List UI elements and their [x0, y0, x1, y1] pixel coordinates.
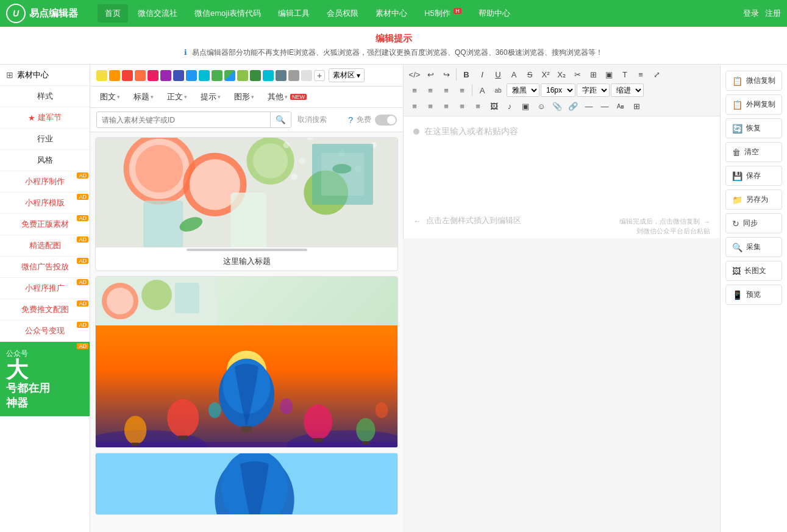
- tb-underline-btn[interactable]: U: [491, 67, 505, 82]
- tb-superscript-btn[interactable]: X²: [538, 67, 553, 82]
- editor-content[interactable]: 在这里输入或者粘贴内容 ← 点击左侧样式插入到编辑区 编辑完成后，点击微信复制 …: [404, 116, 720, 238]
- restore-btn[interactable]: 🔄 恢复: [725, 118, 782, 138]
- tb-video-btn[interactable]: ▣: [518, 99, 533, 113]
- sidebar-item-selected-images[interactable]: AD 精选配图: [0, 235, 90, 257]
- search-button[interactable]: 🔍: [270, 112, 291, 127]
- long-article-btn[interactable]: 🖼 长图文: [725, 261, 782, 281]
- sidebar-item-wechat-ads[interactable]: AD 微信广告投放: [0, 257, 90, 278]
- tb-align-justify-btn[interactable]: ≡: [407, 83, 422, 98]
- tb-line1-btn[interactable]: —: [582, 99, 596, 113]
- wechat-copy-btn[interactable]: 📋 微信复制: [725, 71, 782, 91]
- tb-text-btn[interactable]: T: [618, 67, 632, 82]
- sidebar-item-account-monetize[interactable]: AD 公众号变现: [0, 321, 90, 342]
- login-link[interactable]: 登录: [743, 8, 759, 19]
- preview-btn[interactable]: 📱 预览: [725, 285, 782, 305]
- search-input[interactable]: [97, 113, 270, 127]
- sidebar-item-special[interactable]: ★ 建军节: [0, 107, 90, 129]
- register-link[interactable]: 注册: [765, 8, 781, 19]
- tb-expand-btn[interactable]: ⤢: [649, 67, 664, 82]
- tb-list2-btn[interactable]: ⊞: [629, 99, 644, 113]
- tb-smallcaps-btn[interactable]: Aʙ: [613, 99, 628, 113]
- tb-emoji-btn[interactable]: ☺: [534, 99, 549, 113]
- nav-item-home[interactable]: 首页: [98, 4, 128, 23]
- tb-size-select[interactable]: 16px 14px 18px 20px: [541, 83, 575, 97]
- color-squares[interactable]: [224, 70, 235, 81]
- cat-item-qita[interactable]: 其他 ▾ NEW: [264, 89, 310, 105]
- sidebar-item-free-promo[interactable]: AD 免费推文配图: [0, 299, 90, 321]
- color-purple[interactable]: [160, 70, 171, 81]
- save-btn[interactable]: 💾 保存: [725, 166, 782, 186]
- tb-align-left-btn[interactable]: ≡: [423, 83, 438, 98]
- cat-item-tuxing[interactable]: 图形 ▾: [230, 89, 258, 105]
- color-teal[interactable]: [199, 70, 210, 81]
- nav-item-wechat-community[interactable]: 微信交流社: [130, 4, 185, 23]
- color-orange[interactable]: [109, 70, 120, 81]
- tb-font-color-btn[interactable]: A: [507, 67, 521, 82]
- color-pink[interactable]: [148, 70, 158, 81]
- tb-row3-3-btn[interactable]: ≡: [439, 99, 454, 113]
- sidebar-item-style2[interactable]: 风格: [0, 150, 90, 171]
- nav-item-editor-tools[interactable]: 编辑工具: [271, 4, 317, 23]
- tb-hr-btn[interactable]: ▣: [602, 67, 616, 82]
- cancel-search-link[interactable]: 取消搜索: [297, 115, 327, 125]
- tb-row3-1-btn[interactable]: ≡: [407, 99, 422, 113]
- color-add-button[interactable]: +: [314, 70, 325, 81]
- tb-undo-btn[interactable]: ↩: [423, 67, 438, 82]
- sidebar-item-miniprogram-template[interactable]: AD 小程序模版: [0, 193, 90, 214]
- tb-code-btn[interactable]: </>: [407, 67, 422, 82]
- tb-list-btn[interactable]: ≡: [633, 67, 648, 82]
- logo[interactable]: U 易点编辑器: [6, 4, 85, 23]
- material-item-3[interactable]: VIP: [95, 453, 398, 515]
- clear-btn[interactable]: 🗑 清空: [725, 142, 782, 162]
- tb-ab-btn[interactable]: ab: [491, 83, 505, 98]
- cat-item-biaoti[interactable]: 标题 ▾: [130, 89, 157, 105]
- external-copy-btn[interactable]: 📋 外网复制: [725, 94, 782, 115]
- tb-redo-btn[interactable]: ↪: [439, 67, 454, 82]
- cat-item-zhengwen[interactable]: 正文 ▾: [163, 89, 191, 105]
- color-darkgreen[interactable]: [250, 70, 261, 81]
- tb-subscript-btn[interactable]: X₂: [554, 67, 569, 82]
- color-indigo[interactable]: [173, 70, 184, 81]
- color-blue[interactable]: [186, 70, 197, 81]
- nav-item-material[interactable]: 素材中心: [368, 4, 415, 23]
- tb-insert-img-btn[interactable]: 🖼: [486, 99, 501, 113]
- tb-font-select[interactable]: 雅黑 宋体 黑体: [507, 83, 540, 97]
- sync-btn[interactable]: ↻ 同步: [725, 213, 782, 233]
- color-grey[interactable]: [288, 70, 299, 81]
- tb-row3-4-btn[interactable]: ≡: [455, 99, 469, 113]
- cat-item-tuwen[interactable]: 图文 ▾: [96, 89, 124, 105]
- nav-item-help[interactable]: 帮助中心: [471, 4, 518, 23]
- tb-table-btn[interactable]: ⊞: [586, 67, 600, 82]
- sidebar-item-industry[interactable]: 行业: [0, 129, 90, 150]
- nav-item-membership[interactable]: 会员权限: [319, 4, 366, 23]
- tb-line2-btn[interactable]: —: [597, 99, 612, 113]
- nav-item-h5[interactable]: H5制作 H: [417, 4, 469, 23]
- nav-item-emoji[interactable]: 微信emoji表情代码: [187, 4, 268, 23]
- free-toggle[interactable]: [375, 115, 397, 126]
- color-lightgrey[interactable]: [301, 70, 312, 81]
- tb-indent-select[interactable]: 缩进: [611, 83, 644, 97]
- tb-bold-btn[interactable]: B: [459, 67, 474, 82]
- tb-italic-btn[interactable]: I: [475, 67, 490, 82]
- sidebar-item-free-material[interactable]: AD 免费正版素材: [0, 214, 90, 235]
- tb-align-center-btn[interactable]: ≡: [439, 83, 454, 98]
- tb-strikethrough-btn[interactable]: S: [522, 67, 537, 82]
- tb-bg-color-btn[interactable]: A: [475, 83, 490, 98]
- tb-special-btn[interactable]: ✂: [570, 67, 585, 82]
- color-red[interactable]: [122, 70, 133, 81]
- tb-align-right-btn[interactable]: ≡: [455, 83, 469, 98]
- color-steelblue[interactable]: [276, 70, 287, 81]
- tb-row3-5-btn[interactable]: ≡: [471, 99, 485, 113]
- tb-attachment-btn[interactable]: 📎: [550, 99, 564, 113]
- color-green[interactable]: [212, 70, 223, 81]
- tb-row3-2-btn[interactable]: ≡: [423, 99, 438, 113]
- sidebar-item-style[interactable]: 样式: [0, 86, 90, 107]
- sidebar-item-miniprogram-make[interactable]: AD 小程序制作: [0, 171, 90, 193]
- color-yellow[interactable]: [96, 70, 107, 81]
- color-cyan[interactable]: [263, 70, 274, 81]
- cat-item-tishi[interactable]: 提示 ▾: [197, 89, 224, 105]
- sidebar-material-center[interactable]: ⊞ 素材中心: [0, 65, 90, 86]
- tb-lineheight-select[interactable]: 字距: [577, 83, 610, 97]
- save-as-btn[interactable]: 📁 另存为: [725, 190, 782, 210]
- material-area-select[interactable]: 素材区 ▾: [329, 68, 365, 82]
